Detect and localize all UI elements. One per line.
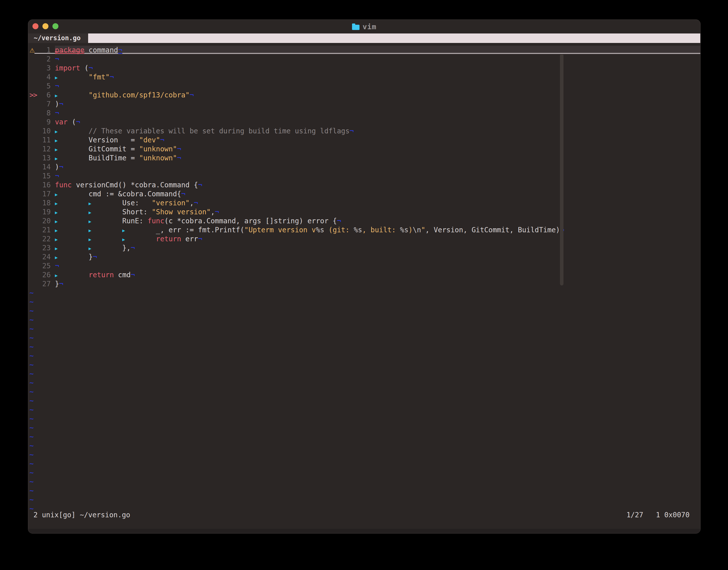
code-line: 5 ¬ [28,82,700,91]
code-segments: import (¬ [55,64,93,72]
status-bar: 2 unix[go] ~/version.go 1/27 1 0x0070 [28,510,700,519]
sign-column [29,145,38,154]
line-number: 23 [38,244,51,253]
code-keyword: import [55,64,80,72]
code-text: ) [55,163,59,171]
editor-content[interactable]: ⚠1 package command¬ 2 ¬ 3 import (¬ 4 ▸​… [28,43,700,513]
line-number: 26 [38,271,51,280]
code-line: 27 }¬ [28,280,700,288]
code-segments: ▸​ ▸​ },¬ [55,244,135,252]
window-bottom-edge [28,529,700,533]
eol-marker: ¬ [177,145,181,153]
line-number: 9 [38,118,51,126]
eol-marker: ¬ [59,163,63,171]
code-line: 25 ¬ [28,262,700,271]
eol-marker: ¬ [131,271,135,279]
cursorline-underline [34,53,700,54]
empty-line-tilde: ~ [28,468,700,477]
code-segments: ▸​ "fmt"¬ [55,73,114,81]
line-number: 16 [38,181,51,190]
code-comment: // These variables will be set during bu… [89,127,349,135]
code-segments: ¬ [55,55,59,63]
code-line: 2 ¬ [28,55,700,64]
eol-marker: ¬ [349,127,354,135]
sign-column [29,235,38,244]
line-number: 3 [38,64,51,73]
titlebar[interactable]: vim [28,20,700,33]
empty-line-tilde: ~ [28,396,700,405]
code-segments: ¬ [55,82,59,90]
code-segments: ▸​ ▸​ Short: "Show version",¬ [55,208,219,216]
code-keyword: return [156,235,181,243]
tab-version-go[interactable]: ~/version.go [28,33,88,43]
zoom-button[interactable] [52,23,58,29]
empty-line-tilde: ~ [28,369,700,378]
line-number: 5 [38,82,51,91]
code-text: ( [68,118,76,126]
tab-marker: ▸​ [55,208,89,216]
code-text: _, err := fmt.Printf( [156,226,244,234]
code-text: } [55,280,59,288]
line-number: 4 [38,73,51,82]
empty-line-tilde: ~ [28,333,700,342]
code-text: BuildTime = [89,154,139,162]
code-keyword: var [55,118,68,126]
close-button[interactable] [32,23,38,29]
cursorline-underline [55,53,84,54]
code-format-specifier: %s [400,226,409,234]
scrollbar[interactable] [560,54,564,285]
sign-column [29,217,38,226]
line-number: 6 [38,91,51,100]
empty-line-tilde: ~ [28,324,700,333]
cursorline-underline [55,51,84,52]
code-string: " [421,226,426,234]
code-keyword: func [147,217,164,225]
code-line: 10 ▸​ // These variables will be set dur… [28,126,700,135]
code-line: 8 ¬ [28,109,700,118]
code-string: "fmt" [89,73,110,81]
minimize-button[interactable] [42,23,48,29]
window-title-group: vim [352,22,376,31]
code-line: 18 ▸​ ▸​ Use: "version",¬ [28,199,700,208]
code-line: 22 ▸​ ▸​ ▸​ return err¬ [28,235,700,244]
line-number: 21 [38,226,51,235]
eol-marker: ¬ [76,118,80,126]
sign-column [29,262,38,271]
line-number: 13 [38,154,51,163]
eol-marker: ¬ [55,109,59,117]
traffic-lights [32,23,58,29]
line-number: 14 [38,163,51,172]
line-number: 22 [38,235,51,244]
code-text: Short: [122,208,152,216]
empty-line-tilde: ~ [28,433,700,442]
empty-line-tilde: ~ [28,297,700,306]
sign-column [29,100,38,109]
tab-marker: ▸​ [55,199,89,207]
code-line: 7 )¬ [28,100,700,109]
tab-marker: ▸​ [89,244,122,252]
line-number: 18 [38,199,51,208]
code-text: Version = [89,136,139,144]
code-text: (c *cobra.Command, args []string) error … [164,217,337,225]
code-segments: ▸​ BuildTime = "unknown"¬ [55,154,181,162]
sign-column [29,280,38,288]
eol-marker: ¬ [215,208,219,216]
status-right: 1/27 1 0x0070 [626,511,690,519]
code-text: ) [55,100,59,108]
line-number: 15 [38,172,51,181]
code-line: 13 ▸​ BuildTime = "unknown"¬ [28,154,700,163]
empty-line-tilde: ~ [28,288,700,297]
eol-marker: ¬ [55,55,59,63]
sign-column [29,109,38,118]
sign-column [29,73,38,82]
tab-marker: ▸​ [55,235,89,243]
code-segments: ▸​ GitCommit = "unknown"¬ [55,145,181,153]
tab-marker: ▸​ [89,217,122,225]
tab-marker: ▸​ [55,271,89,279]
eol-marker: ¬ [89,64,93,72]
tab-marker: ▸​ [55,91,89,99]
code-text: GitCommit = [89,145,139,153]
empty-line-tilde: ~ [28,450,700,459]
empty-line-tilde: ~ [28,351,700,360]
code-keyword: func [55,181,72,189]
